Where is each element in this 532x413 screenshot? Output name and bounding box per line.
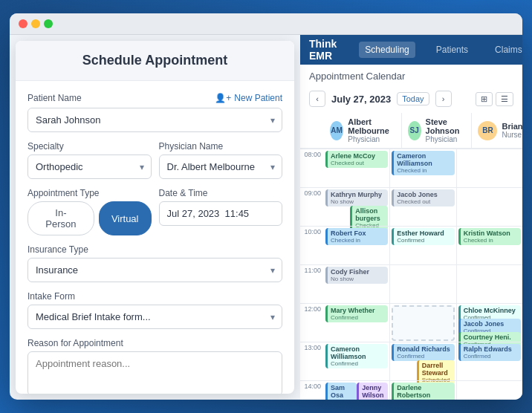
maximize-button[interactable] bbox=[44, 19, 53, 28]
calendar-header: Appointment Calendar bbox=[300, 65, 522, 88]
event-jenny-wilson[interactable]: Jenny Wilson Confirmed bbox=[357, 383, 388, 400]
event-sam-osa[interactable]: Sam Osa Confirmed bbox=[325, 383, 357, 400]
appt-type-row: Appointment Type In-Person Virtual bbox=[27, 188, 152, 235]
physician-col-2: SJ Steve Johnson Physician bbox=[402, 113, 473, 148]
insurance-label: Insurance Type bbox=[27, 244, 282, 255]
events-columns: Arlene McCoy Checked out Kathryn Murphy … bbox=[324, 149, 522, 400]
insurance-row: Insurance Type Insurance bbox=[27, 244, 282, 282]
nav-patients[interactable]: Patients bbox=[430, 42, 474, 58]
physician-label: Physician Name bbox=[159, 141, 283, 152]
date-time-row: Date & Time bbox=[159, 188, 283, 235]
specialty-row: Specialty Orthopedic bbox=[27, 141, 152, 179]
appt-type-label: Appointment Type bbox=[27, 188, 152, 198]
browser-toolbar bbox=[10, 13, 522, 35]
physician-events-3: Kristin Watson Checked in Chloe McKinney… bbox=[457, 149, 522, 400]
time-1400: 14:00 bbox=[300, 380, 324, 400]
physician-info-1: Albert Melbourne Physician bbox=[348, 117, 395, 143]
list-view-button[interactable]: ☰ bbox=[496, 92, 513, 106]
reason-row: Reason for Appointment bbox=[27, 338, 282, 394]
physician-select-wrapper: Dr. Albert Melbourne bbox=[159, 155, 283, 179]
today-button[interactable]: Today bbox=[397, 92, 429, 105]
physician-info-2: Steve Johnson Physician bbox=[426, 117, 466, 143]
close-button[interactable] bbox=[19, 19, 27, 28]
event-ronald-richards[interactable]: Ronald Richards Confirmed bbox=[392, 344, 454, 361]
event-jacob-jones-1[interactable]: Jacob Jones Checked out bbox=[392, 189, 454, 206]
physician-role-3: Nurse bbox=[502, 131, 522, 139]
physician-avatar-2: SJ bbox=[408, 121, 421, 140]
calendar-panel: Think EMR Scheduling Patients Claims Bil… bbox=[300, 35, 522, 400]
event-darlene-robertson[interactable]: Darlene Robertson Confirmed bbox=[392, 383, 454, 400]
event-kathryn-murphy[interactable]: Kathryn Murphy No show bbox=[325, 189, 388, 206]
time-1100: 11:00 bbox=[300, 264, 324, 303]
prev-arrow[interactable]: ‹ bbox=[309, 91, 325, 107]
nav-scheduling[interactable]: Scheduling bbox=[359, 42, 415, 58]
specialty-select[interactable]: Orthopedic bbox=[27, 155, 152, 179]
intake-label: Intake Form bbox=[27, 291, 282, 302]
emr-brand: Think EMR bbox=[309, 38, 337, 62]
date-time-input[interactable] bbox=[159, 201, 283, 226]
cal-body: 08:00 09:00 10:00 11:00 12:00 13:00 14:0… bbox=[300, 149, 522, 400]
grid-view-button[interactable]: ⊞ bbox=[476, 92, 493, 106]
insurance-select-wrapper: Insurance bbox=[27, 258, 282, 282]
minimize-button[interactable] bbox=[31, 19, 40, 28]
browser-content: Schedule Appointment Patient Name 👤+ New… bbox=[10, 35, 522, 400]
event-kristin-watson[interactable]: Kristin Watson Checked in bbox=[458, 228, 521, 245]
physician-avatar-3: BR bbox=[478, 121, 497, 140]
physician-col-1: AM Albert Melbourne Physician bbox=[324, 113, 402, 148]
intake-row: Intake Form Medical Brief Intake form... bbox=[27, 291, 282, 329]
physician-col-3: BR Brian Nurse bbox=[472, 113, 522, 148]
date-time-label: Date & Time bbox=[159, 188, 283, 198]
appointment-calendar-label: Appointment Calendar bbox=[309, 71, 405, 82]
patient-name-label: Patient Name bbox=[27, 93, 82, 103]
physician-events-1: Arlene McCoy Checked out Kathryn Murphy … bbox=[324, 149, 390, 400]
event-cody-fisher[interactable]: Cody Fisher No show bbox=[325, 267, 388, 284]
next-arrow[interactable]: › bbox=[435, 91, 452, 107]
physician-role-2: Physician bbox=[426, 135, 466, 143]
in-person-button[interactable]: In-Person bbox=[27, 201, 94, 235]
physician-row: Physician Name Dr. Albert Melbourne bbox=[159, 141, 283, 179]
patient-select[interactable]: Sarah Johnson bbox=[27, 108, 282, 132]
patient-name-row: Patient Name 👤+ New Patient bbox=[27, 93, 282, 103]
event-cameron-williamson-2[interactable]: Cameron Williamson Checked in bbox=[392, 151, 454, 175]
time-column: 08:00 09:00 10:00 11:00 12:00 13:00 14:0… bbox=[300, 149, 324, 400]
emr-nav: Think EMR Scheduling Patients Claims Bil… bbox=[300, 35, 522, 65]
virtual-button[interactable]: Virtual bbox=[99, 201, 152, 235]
date-display: July 27, 2023 bbox=[331, 94, 391, 105]
form-title: Schedule Appointment bbox=[27, 53, 282, 68]
intake-select[interactable]: Medical Brief Intake form... bbox=[27, 305, 282, 329]
form-header: Schedule Appointment bbox=[16, 41, 294, 81]
event-cameron-williamson-1[interactable]: Cameron Williamson Confirmed bbox=[325, 344, 388, 368]
event-new-appointment[interactable] bbox=[392, 305, 454, 341]
form-body: Patient Name 👤+ New Patient Sarah Johnso… bbox=[16, 81, 294, 394]
physician-role-1: Physician bbox=[348, 135, 395, 143]
browser-window: Schedule Appointment Patient Name 👤+ New… bbox=[10, 13, 522, 400]
event-ralph-edwards[interactable]: Ralph Edwards Confirmed bbox=[458, 344, 521, 361]
physician-select[interactable]: Dr. Albert Melbourne bbox=[159, 155, 283, 179]
intake-select-wrapper: Medical Brief Intake form... bbox=[27, 305, 282, 329]
physician-avatar-1: AM bbox=[330, 121, 343, 140]
time-0900: 09:00 bbox=[300, 187, 324, 226]
event-esther-howard[interactable]: Esther Howard Confirmed bbox=[392, 228, 454, 245]
time-0800: 08:00 bbox=[300, 149, 324, 187]
nav-claims[interactable]: Claims bbox=[489, 42, 522, 58]
time-1200: 12:00 bbox=[300, 303, 324, 342]
specialty-select-wrapper: Orthopedic bbox=[27, 155, 152, 179]
new-patient-button[interactable]: 👤+ New Patient bbox=[215, 93, 282, 103]
physician-name-1: Albert Melbourne bbox=[348, 117, 395, 135]
reason-textarea[interactable] bbox=[27, 351, 282, 394]
type-date-row: Appointment Type In-Person Virtual Date … bbox=[27, 188, 282, 244]
specialty-physician-row: Specialty Orthopedic Physician Name Dr. … bbox=[27, 141, 282, 188]
traffic-lights bbox=[19, 19, 53, 28]
view-buttons: ⊞ ☰ bbox=[476, 92, 513, 106]
calendar-nav: ‹ July 27, 2023 Today › ⊞ ☰ bbox=[300, 88, 522, 113]
event-arlene-mccoy[interactable]: Arlene McCoy Checked out bbox=[325, 151, 388, 168]
person-add-icon: 👤+ bbox=[215, 93, 231, 103]
event-robert-fox[interactable]: Robert Fox Checked in bbox=[325, 228, 388, 245]
physicians-header: AM Albert Melbourne Physician SJ Steve J… bbox=[300, 113, 522, 149]
insurance-select[interactable]: Insurance bbox=[27, 258, 282, 282]
cal-grid: AM Albert Melbourne Physician SJ Steve J… bbox=[300, 113, 522, 400]
patient-select-row: Sarah Johnson bbox=[27, 108, 282, 132]
new-patient-label: New Patient bbox=[234, 93, 282, 103]
physician-events-2: Cameron Williamson Checked in Jacob Jone… bbox=[390, 149, 456, 400]
event-mary-whether[interactable]: Mary Whether Confirmed bbox=[325, 305, 388, 322]
